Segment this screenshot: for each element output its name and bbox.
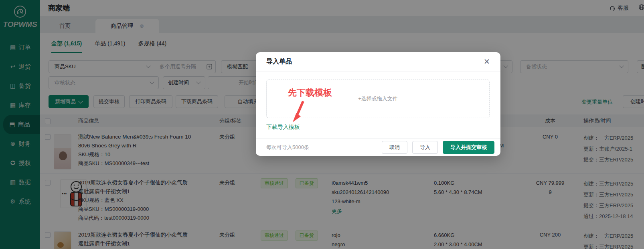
annotation-text: 先下载模板 (288, 87, 332, 99)
app-window: TOPWMS ▤ 订单 ↩ 退货 ◫ 备货 ▦ 库存 ⬒ 商品 (0, 0, 644, 249)
import-and-submit-button[interactable]: 导入并提交审核 (443, 141, 494, 154)
import-single-product-modal: 导入单品 ✕ +选择或拖入文件 先下载模板 下载导入模板 每次可导入5000条 … (256, 52, 500, 156)
import-button[interactable]: 导入 (412, 141, 438, 154)
dropzone-label: +选择或拖入文件 (358, 95, 398, 102)
modal-header: 导入单品 ✕ (256, 52, 500, 71)
cancel-button[interactable]: 取消 (382, 141, 407, 154)
annotation-arrow-icon (291, 100, 307, 123)
close-icon[interactable]: ✕ (484, 58, 490, 65)
import-limit-note: 每次可导入5000条 (266, 144, 309, 151)
modal-title: 导入单品 (266, 57, 292, 66)
modal-footer: 每次可导入5000条 取消 导入 导入并提交审核 (256, 138, 500, 156)
download-template-link[interactable]: 下载导入模板 (266, 124, 300, 131)
